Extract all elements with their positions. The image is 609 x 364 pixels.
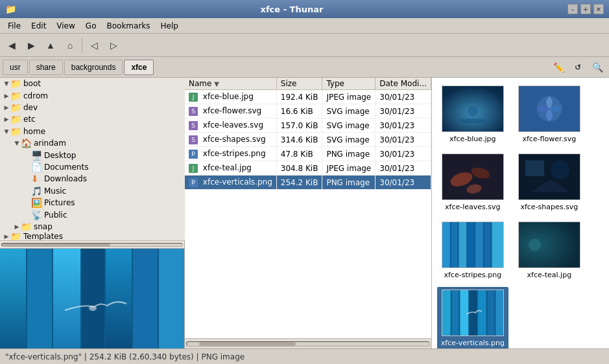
col-size[interactable]: Size — [276, 78, 322, 90]
file-size-cell: 157.0 KiB — [276, 119, 322, 133]
svg-point-8 — [89, 306, 97, 311]
preview-pane — [0, 248, 184, 348]
edit-path-button[interactable]: ✏️ — [549, 60, 567, 75]
expand-icon: ▼ — [3, 80, 10, 87]
svg-point-11 — [460, 119, 485, 124]
breadcrumb-backgrounds[interactable]: backgrounds — [64, 60, 123, 75]
col-name[interactable]: Name ▼ — [185, 78, 276, 90]
col-type[interactable]: Type — [322, 78, 376, 90]
expand-icon: ▶ — [3, 233, 10, 240]
file-type-cell: JPEG image — [322, 90, 376, 104]
sidebar-item-arindam[interactable]: ▼ 🏠 arindam — [0, 137, 185, 149]
sidebar-item-dev[interactable]: ▶ 📁 dev — [0, 102, 185, 113]
desktop-icon: 🖥️ — [31, 150, 42, 161]
sidebar-item-home[interactable]: ▼ 📁 home — [0, 126, 185, 137]
icon-view-item[interactable]: xfce-teal.jpg — [514, 219, 585, 282]
preview-image — [0, 249, 184, 348]
hscroll-thumb[interactable] — [199, 342, 296, 346]
file-size-cell: 192.4 KiB — [276, 90, 322, 104]
svg-point-31 — [529, 238, 542, 251]
titlebar: 📁 xfce - Thunar – + ✕ — [0, 0, 609, 18]
prev-page-button[interactable]: ◁ — [85, 36, 103, 54]
forward-button[interactable]: ▶ — [22, 36, 40, 54]
table-row[interactable]: S xfce-flower.svg 16.6 KiB SVG image 30/… — [185, 104, 431, 119]
sidebar-item-label: dev — [23, 103, 38, 112]
sidebar-item-public[interactable]: ▶ 📡 Public — [0, 209, 185, 220]
breadcrumb-share[interactable]: share — [29, 60, 63, 75]
file-name-cell: P xfce-verticals.png — [185, 176, 276, 190]
table-row[interactable]: J xfce-blue.jpg 192.4 KiB JPEG image 30/… — [185, 90, 431, 104]
sidebar-item-downloads[interactable]: ▶ ⬇️ Downloads — [0, 173, 185, 185]
table-row[interactable]: S xfce-shapes.svg 314.6 KiB SVG image 30… — [185, 133, 431, 147]
sidebar-item-snap[interactable]: ▶ 📁 snap — [0, 221, 185, 233]
icon-view-item[interactable]: xfce-leaves.svg — [437, 151, 508, 214]
status-text: "xfce-verticals.png" | 254.2 KiB (2,60,3… — [5, 352, 245, 361]
menu-bookmarks[interactable]: Bookmarks — [101, 20, 155, 32]
documents-icon: 📄 — [31, 162, 42, 172]
back-button[interactable]: ◀ — [3, 36, 21, 54]
menu-help[interactable]: Help — [156, 20, 184, 32]
pictures-icon: 🖼️ — [31, 198, 42, 208]
svg-rect-28 — [484, 222, 490, 268]
menu-file[interactable]: File — [3, 20, 26, 32]
close-button[interactable]: ✕ — [593, 4, 604, 14]
addressbar: usr share backgrounds xfce ✏️ ↺ 🔍 — [0, 57, 609, 78]
table-row[interactable]: P xfce-stripes.png 47.8 KiB PNG image 30… — [185, 147, 431, 161]
icon-view-item[interactable]: xfce-flower.svg — [514, 83, 585, 146]
menubar: File Edit View Go Bookmarks Help — [0, 18, 609, 34]
icon-view-item[interactable]: xfce-shapes.svg — [514, 151, 585, 214]
icon-view-item[interactable]: xfce-stripes.png — [437, 219, 508, 282]
col-date[interactable]: Date Modi... — [376, 78, 431, 90]
file-size-cell: 304.8 KiB — [276, 161, 322, 176]
svg-rect-34 — [452, 290, 459, 336]
sidebar-item-templates[interactable]: ▶ 📁 Templates — [0, 233, 185, 240]
thumbnail-label: xfce-blue.jpg — [449, 135, 496, 143]
sidebar-item-boot[interactable]: ▼ 📁 boot — [0, 78, 185, 89]
menu-go[interactable]: Go — [80, 20, 102, 32]
sidebar-item-documents[interactable]: ▶ 📄 Documents — [0, 161, 185, 173]
horizontal-scrollbar[interactable] — [185, 338, 431, 348]
file-name-cell: S xfce-leaves.svg — [185, 119, 276, 133]
sidebar-item-cdrom[interactable]: ▶ 📁 cdrom — [0, 89, 185, 101]
home-button[interactable]: ⌂ — [61, 36, 79, 54]
expand-icon: ▶ — [3, 104, 10, 111]
sidebar-item-desktop[interactable]: ▶ 🖥️ Desktop — [0, 149, 185, 161]
minimize-button[interactable]: – — [567, 4, 578, 14]
svg-rect-38 — [487, 290, 494, 336]
breadcrumb-xfce[interactable]: xfce — [124, 60, 154, 75]
window-controls: – + ✕ — [567, 4, 604, 14]
sidebar-item-label: Public — [44, 210, 67, 220]
thumbnail-label: xfce-leaves.svg — [445, 203, 500, 211]
breadcrumb-usr[interactable]: usr — [3, 60, 28, 75]
sidebar-item-etc[interactable]: ▶ 📁 etc — [0, 113, 185, 125]
menu-edit[interactable]: Edit — [26, 20, 51, 32]
sidebar-item-label: Downloads — [44, 174, 87, 183]
icon-view-item[interactable]: xfce-blue.jpg — [437, 83, 508, 146]
table-row[interactable]: P xfce-verticals.png 254.2 KiB PNG image… — [185, 176, 431, 190]
file-list-body: J xfce-blue.jpg 192.4 KiB JPEG image 30/… — [185, 90, 431, 190]
up-button[interactable]: ▲ — [42, 36, 60, 54]
reload-button[interactable]: ↺ — [569, 60, 587, 75]
table-row[interactable]: S xfce-leaves.svg 157.0 KiB SVG image 30… — [185, 119, 431, 133]
sidebar-item-label: home — [23, 127, 45, 136]
maximize-button[interactable]: + — [580, 4, 591, 14]
public-icon: 📡 — [31, 210, 42, 220]
svg-rect-23 — [442, 222, 450, 268]
downloads-icon: ⬇️ — [31, 174, 42, 184]
sidebar-hscroll[interactable] — [0, 240, 184, 248]
menu-view[interactable]: View — [51, 20, 80, 32]
thumbnail-image — [442, 290, 504, 336]
sidebar-item-music[interactable]: ▶ 🎵 Music — [0, 185, 185, 197]
search-button[interactable]: 🔍 — [588, 60, 606, 75]
svg-rect-25 — [459, 222, 466, 268]
svg-rect-33 — [442, 290, 451, 336]
file-name-cell: J xfce-blue.jpg — [185, 90, 276, 104]
next-page-button[interactable]: ▷ — [104, 36, 123, 54]
file-name-cell: J xfce-teal.jpg — [185, 161, 276, 176]
file-date-cell: 30/01/23 — [376, 133, 431, 147]
table-row[interactable]: J xfce-teal.jpg 304.8 KiB JPEG image 30/… — [185, 161, 431, 176]
sidebar-item-pictures[interactable]: ▶ 🖼️ Pictures — [0, 197, 185, 209]
svg-rect-19 — [525, 161, 544, 176]
svg-rect-30 — [519, 222, 580, 268]
icon-view-item[interactable]: xfce-verticals.png — [437, 287, 508, 348]
